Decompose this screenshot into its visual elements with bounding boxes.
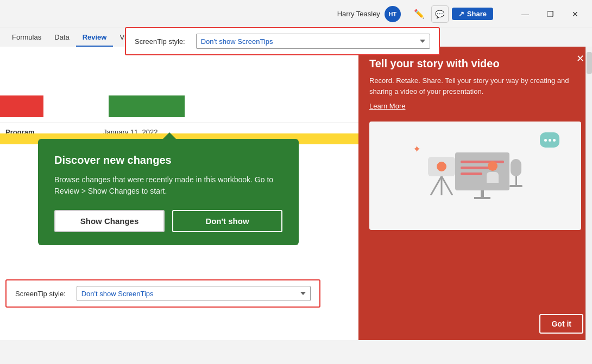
video-illustration: ✦ <box>369 122 581 230</box>
avatar: HT <box>385 6 401 22</box>
discover-body: Browse changes that were recently made i… <box>54 174 282 197</box>
right-panel: ✕ Tell your story with video Record. Ret… <box>358 47 592 340</box>
chat-dot-3 <box>553 139 556 142</box>
chat-dot-2 <box>549 139 551 142</box>
mic-stand <box>515 176 517 185</box>
scrollbar-thumb[interactable] <box>587 52 592 74</box>
chat-bubble <box>540 132 559 148</box>
got-it-button[interactable]: Got it <box>539 314 583 334</box>
panel-close-button[interactable]: ✕ <box>574 52 587 65</box>
pencil-button[interactable]: ✏️ <box>411 5 428 23</box>
scrollbar[interactable] <box>585 47 592 340</box>
panel-body-text: Record. Retake. Share. Tell your story y… <box>369 75 581 97</box>
camera-lens <box>437 162 446 171</box>
mic-head <box>511 159 521 176</box>
share-label: Share <box>467 10 487 18</box>
share-button[interactable]: ↗ Share <box>452 8 493 20</box>
maximize-button[interactable]: ❐ <box>538 5 563 23</box>
right-panel-header: Tell your story with video Record. Retak… <box>358 47 592 116</box>
green-cell <box>109 95 185 117</box>
monitor-foot <box>474 197 490 199</box>
sparkle-icon: ✦ <box>413 143 421 155</box>
tripod-legs-svg <box>428 176 455 195</box>
monitor-line-3 <box>461 173 482 175</box>
dont-show-button[interactable]: Don't show <box>172 210 282 232</box>
screentip-bar-bottom: ScreenTip style: Don't show ScreenTips S… <box>5 279 320 308</box>
panel-footer: Got it <box>358 308 592 340</box>
tab-data[interactable]: Data <box>48 28 75 47</box>
window-controls: — ❐ ✕ <box>513 5 588 23</box>
tab-formulas[interactable]: Formulas <box>5 28 48 47</box>
discover-buttons: Show Changes Don't show <box>54 210 282 232</box>
person-body <box>487 172 499 183</box>
panel-title: Tell your story with video <box>369 58 581 70</box>
camera-tripod <box>428 157 455 195</box>
monitor-screen <box>455 152 509 190</box>
main-area: Program January 11, 2022 Discover new ch… <box>0 47 592 340</box>
close-button[interactable]: ✕ <box>563 5 588 23</box>
comment-button[interactable]: 💬 <box>431 5 449 23</box>
tab-review[interactable]: Review <box>76 28 114 47</box>
person-icon <box>487 161 499 183</box>
person-head <box>488 161 497 171</box>
discover-popup: Discover new changes Browse changes that… <box>38 139 299 245</box>
discover-title: Discover new changes <box>54 154 282 167</box>
screentip-bottom-select[interactable]: Don't show ScreenTips Show feature descr… <box>77 286 311 301</box>
screentip-top-label: ScreenTip style: <box>135 37 185 46</box>
share-icon: ↗ <box>458 10 464 18</box>
svg-line-0 <box>431 176 442 195</box>
monitor-base <box>481 190 484 197</box>
chat-dot-1 <box>544 139 547 142</box>
show-changes-button[interactable]: Show Changes <box>54 210 165 232</box>
monitor-stand <box>455 152 509 199</box>
spreadsheet: Program January 11, 2022 Discover new ch… <box>0 47 358 340</box>
user-section: Harry Teasley HT <box>337 6 401 22</box>
svg-line-2 <box>442 176 452 195</box>
learn-more-link[interactable]: Learn More <box>369 102 405 110</box>
screentip-bar-top: ScreenTip style: Don't show ScreenTips S… <box>125 27 440 55</box>
minimize-button[interactable]: — <box>513 5 538 23</box>
record-area: ✏️ 💬 ↗ Share <box>411 5 493 23</box>
microphone <box>509 159 522 187</box>
user-name: Harry Teasley <box>337 10 380 18</box>
mic-base <box>509 185 522 187</box>
red-cell <box>0 95 43 117</box>
camera-body <box>428 157 455 176</box>
screentip-top-select[interactable]: Don't show ScreenTips Show feature descr… <box>196 34 430 49</box>
top-bar: Harry Teasley HT ✏️ 💬 ↗ Share — ❐ ✕ <box>0 0 592 28</box>
screentip-bottom-label: ScreenTip style: <box>15 290 66 298</box>
